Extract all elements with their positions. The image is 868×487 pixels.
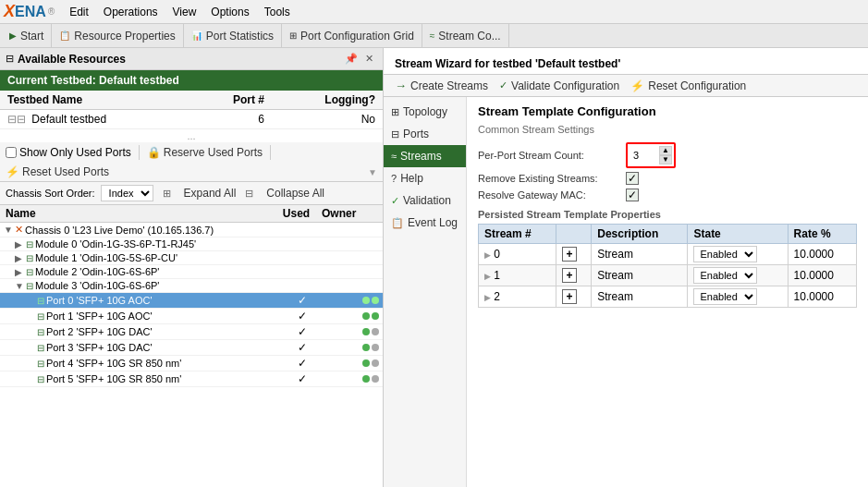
- stream0-state-select[interactable]: Enabled Disabled: [693, 246, 757, 262]
- resolve-gateway-mac-control: ✓: [626, 189, 639, 201]
- reserve-used-ports-button[interactable]: 🔒 Reserve Used Ports: [147, 146, 263, 159]
- expand-all-button[interactable]: Expand All: [184, 187, 237, 200]
- nav-topology[interactable]: ⊞ Topology: [384, 101, 466, 123]
- stream-count-up-button[interactable]: ▲: [659, 146, 672, 155]
- testbed-row[interactable]: ⊟⊟ Default testbed 6 No: [0, 110, 383, 129]
- stream0-expand-arrow[interactable]: ▶: [484, 250, 491, 260]
- stream0-desc-cell: Stream: [592, 244, 688, 265]
- menu-options[interactable]: Options: [203, 4, 256, 20]
- reset-config-button[interactable]: ⚡ Reset Configuration: [630, 79, 746, 92]
- port3-icon: ⊟: [37, 343, 44, 353]
- port0-owner: [327, 297, 383, 304]
- port0-dots: [327, 297, 383, 304]
- more-indicator: ...: [0, 129, 383, 142]
- list-item[interactable]: ⊟ Port 4 'SFP+ 10G SR 850 nm' ✓: [0, 356, 383, 371]
- menu-tools[interactable]: Tools: [257, 4, 298, 20]
- list-item[interactable]: ⊟ Port 2 'SFP+ 10G DAC' ✓: [0, 324, 383, 340]
- tab-start[interactable]: ▶ Start: [2, 24, 52, 47]
- table-row[interactable]: ▶ 0 + Stream Enabled Disabled: [479, 244, 857, 265]
- tab-bar: ▶ Start 📋 Resource Properties 📊 Port Sta…: [0, 24, 868, 48]
- list-item[interactable]: ▼ ✕ Chassis 0 'L23 Live Demo' (10.165.13…: [0, 223, 383, 237]
- nav-streams[interactable]: ≈ Streams: [384, 145, 466, 167]
- topology-icon: ⊞: [391, 106, 399, 118]
- resolve-gateway-mac-label: Resolve Gateway MAC:: [478, 189, 626, 201]
- table-row[interactable]: ▶ 2 + Stream Enabled Disabled: [479, 286, 857, 308]
- remove-existing-streams-checkbox[interactable]: ✓: [626, 172, 639, 185]
- reset-used-ports-button[interactable]: ⚡ Reset Used Ports: [6, 165, 109, 178]
- remove-streams-check-icon: ✓: [628, 172, 637, 185]
- list-item[interactable]: ⊟ Port 1 'SFP+ 10G AOC' ✓: [0, 309, 383, 324]
- stream0-add-button[interactable]: +: [562, 247, 577, 262]
- stream2-expand-arrow[interactable]: ▶: [484, 293, 491, 302]
- port1-check: ✓: [276, 310, 327, 323]
- show-only-used-checkbox-label[interactable]: Show Only Used Ports: [6, 146, 131, 159]
- menu-operations[interactable]: Operations: [96, 4, 165, 20]
- port4-checkmark: ✓: [298, 357, 307, 370]
- close-left-panel-button[interactable]: ✕: [361, 53, 377, 65]
- list-item[interactable]: ⊟ Port 5 'SFP+ 10G SR 850 nm' ✓: [0, 371, 383, 387]
- stream1-state-select[interactable]: Enabled Disabled: [693, 267, 757, 284]
- tree-container[interactable]: ▼ ✕ Chassis 0 'L23 Live Demo' (10.165.13…: [0, 223, 383, 487]
- nav-event-log[interactable]: 📋 Event Log: [384, 212, 466, 234]
- stream1-expand: ▶ 1: [479, 265, 556, 286]
- port2-dot2: [372, 328, 379, 335]
- tab-port-statistics[interactable]: 📊 Port Statistics: [184, 24, 282, 47]
- port2-dot1: [362, 328, 370, 335]
- list-item[interactable]: ▶ ⊟ Module 2 'Odin-10G-6S-6P': [0, 265, 383, 279]
- tab-resource-properties[interactable]: 📋 Resource Properties: [52, 24, 183, 47]
- stream2-state-cell: Enabled Disabled: [688, 286, 788, 308]
- expand-arrow-module3[interactable]: ▼: [15, 281, 26, 291]
- stream-count-down-button[interactable]: ▼: [659, 155, 672, 164]
- stream0-expand: ▶ 0: [479, 244, 556, 265]
- port-num-header: Port #: [193, 91, 272, 110]
- nav-validation[interactable]: ✓ Validation: [384, 189, 466, 212]
- start-icon: ▶: [9, 30, 17, 41]
- port-config-icon: ⊞: [289, 30, 297, 41]
- tab-port-config-grid[interactable]: ⊞ Port Configuration Grid: [282, 24, 422, 47]
- menu-view[interactable]: View: [165, 4, 204, 20]
- sort-select[interactable]: Index: [101, 185, 153, 201]
- expand-arrow-module2[interactable]: ▶: [15, 267, 26, 277]
- module2-icon: ⊟: [26, 267, 33, 277]
- port1-dot2: [372, 312, 379, 320]
- stream2-add-button[interactable]: +: [562, 289, 577, 304]
- stream1-state-cell: Enabled Disabled: [688, 265, 788, 286]
- show-only-used-checkbox[interactable]: [6, 147, 17, 158]
- create-streams-button[interactable]: → Create Streams: [395, 79, 488, 92]
- stream1-add-button[interactable]: +: [562, 268, 577, 283]
- tree-header: Name Used Owner: [0, 205, 383, 223]
- tab-stream-co[interactable]: ≈ Stream Co...: [422, 24, 509, 47]
- stream2-add-cell: +: [556, 286, 592, 308]
- stream0-state-cell: Enabled Disabled: [688, 244, 788, 265]
- stream2-rate-cell: 10.0000: [788, 286, 856, 308]
- nav-help[interactable]: ? Help: [384, 167, 466, 189]
- stream2-desc-cell: Stream: [592, 286, 688, 308]
- stream1-expand-arrow[interactable]: ▶: [484, 272, 491, 281]
- toolbar-dropdown-arrow[interactable]: ▼: [368, 167, 377, 177]
- port0-checkmark: ✓: [298, 294, 307, 307]
- module3-icon: ⊟: [26, 281, 33, 291]
- table-row[interactable]: ▶ 1 + Stream Enabled Disabled: [479, 265, 857, 286]
- stream2-state-select[interactable]: Enabled Disabled: [693, 288, 757, 305]
- nav-ports[interactable]: ⊟ Ports: [384, 123, 466, 145]
- stream-desc-header: Description: [592, 225, 688, 244]
- port5-icon: ⊟: [37, 374, 44, 384]
- expand-arrow-module1[interactable]: ▶: [15, 253, 26, 263]
- port3-label: Port 3 'SFP+ 10G DAC': [46, 342, 276, 353]
- list-item[interactable]: ⊟ Port 0 'SFP+ 10G AOC' ✓: [0, 293, 383, 309]
- pin-button[interactable]: 📌: [341, 53, 361, 65]
- stream1-rate-cell: 10.0000: [788, 265, 856, 286]
- list-item[interactable]: ▶ ⊟ Module 0 'Odin-1G-3S-6P-T1-RJ45': [0, 237, 383, 251]
- collapse-all-button[interactable]: Collapse All: [266, 187, 324, 200]
- expand-arrow-module0[interactable]: ▶: [15, 239, 26, 250]
- per-port-stream-count-input[interactable]: [630, 149, 657, 162]
- wizard-title: Stream Wizard for testbed 'Default testb…: [395, 57, 620, 70]
- expand-arrow-chassis[interactable]: ▼: [4, 225, 15, 235]
- list-item[interactable]: ▼ ⊟ Module 3 'Odin-10G-6S-6P': [0, 279, 383, 293]
- streams-icon: ≈: [391, 151, 397, 162]
- list-item[interactable]: ⊟ Port 3 'SFP+ 10G DAC' ✓: [0, 340, 383, 356]
- menu-edit[interactable]: Edit: [62, 4, 96, 20]
- resolve-gateway-mac-checkbox[interactable]: ✓: [626, 189, 639, 201]
- validate-config-button[interactable]: ✓ Validate Configuration: [499, 79, 619, 92]
- list-item[interactable]: ▶ ⊟ Module 1 'Odin-10G-5S-6P-CU': [0, 251, 383, 265]
